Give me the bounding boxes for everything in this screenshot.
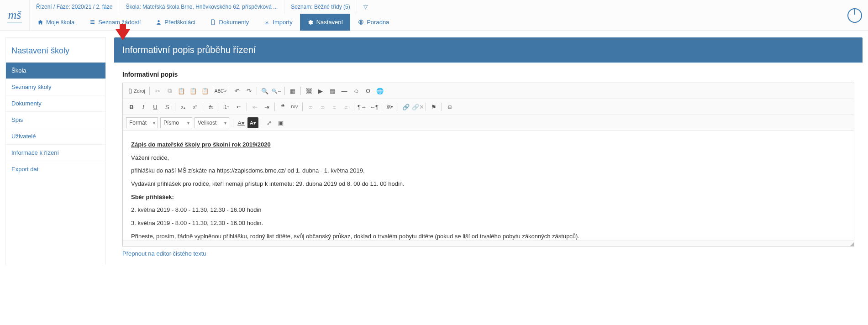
nav-row: Moje škola Seznam žádostí Předškoláci Do… — [30, 14, 842, 31]
size-select[interactable]: Velikost — [195, 117, 229, 128]
source-label: Zdroj — [134, 88, 145, 94]
unlink-icon[interactable]: 🔗✕ — [412, 101, 423, 112]
sidebar-item-spis[interactable]: Spis — [6, 111, 105, 128]
top-link-more[interactable]: ▽ — [357, 0, 374, 14]
sidebar-item-informace[interactable]: Informace k řízení — [6, 144, 105, 161]
nav-nastaveni[interactable]: Nastavení — [300, 14, 351, 31]
sidebar-item-export[interactable]: Export dat — [6, 161, 105, 177]
top-link-skola[interactable]: Škola: Mateřská škola Brno, Hněvkovského… — [119, 0, 284, 14]
logo[interactable]: mš — [0, 0, 30, 31]
showblocks-icon[interactable]: ▣ — [275, 117, 286, 128]
switch-editor-link[interactable]: Přepnout na editor čistého textu — [122, 250, 206, 257]
superscript-icon[interactable]: x² — [189, 101, 200, 112]
specialchar-icon[interactable]: Ω — [363, 85, 374, 96]
redo-icon[interactable]: ↷ — [243, 85, 254, 96]
undo-icon[interactable]: ↶ — [231, 85, 242, 96]
bulletlist-icon[interactable]: •≡ — [233, 101, 244, 112]
blockquote-icon[interactable]: ❝ — [277, 101, 288, 112]
paste-icon[interactable]: 📋 — [176, 85, 187, 96]
copy-icon[interactable]: ⧉ — [164, 85, 175, 96]
italic-icon[interactable]: I — [138, 101, 149, 112]
rtl-icon[interactable]: ←¶ — [368, 101, 379, 112]
find-icon[interactable]: 🔍 — [259, 85, 270, 96]
sidebar-item-skola[interactable]: Škola — [6, 62, 105, 79]
flash-icon[interactable]: ▶ — [315, 85, 326, 96]
spellcheck-icon[interactable]: ABC✓ — [216, 85, 226, 96]
top-breadcrumb-row: Řízení / Fáze: 2020/21 / 2. fáze Škola: … — [30, 0, 842, 14]
paste-text-icon[interactable]: 📋 — [188, 85, 199, 96]
align-justify-icon[interactable]: ≡ — [341, 101, 352, 112]
hr-icon[interactable]: — — [339, 85, 350, 96]
font-select[interactable]: Písmo — [160, 117, 192, 128]
maximize-icon[interactable]: ⤢ — [263, 117, 274, 128]
nav-poradna[interactable]: Poradna — [350, 14, 396, 31]
top-link-rizeni[interactable]: Řízení / Fáze: 2020/21 / 2. fáze — [30, 0, 119, 14]
paste-word-icon[interactable]: 📋 — [200, 85, 210, 96]
content-p2: přihlášku do naší MŠ získáte na https://… — [131, 165, 846, 177]
toolbar-row-2: B I U S x₂ x² Ix 1≡ •≡ ⇤ ⇥ ❝ — [123, 99, 854, 115]
svg-point-0 — [158, 20, 159, 22]
anchor-icon[interactable]: ⚑ — [428, 101, 439, 112]
separator — [274, 103, 275, 111]
sidebar: Nastavení školy Škola Seznamy školy Doku… — [5, 37, 106, 265]
language-icon[interactable]: 旗▾ — [384, 101, 395, 112]
source-button[interactable]: Zdroj — [126, 85, 147, 96]
nav-label: Nastavení — [316, 19, 343, 26]
separator — [203, 103, 203, 111]
separator — [354, 103, 354, 111]
removeformat-icon[interactable]: Ix — [205, 101, 216, 112]
underline-icon[interactable]: U — [150, 101, 161, 112]
editor-content-area[interactable]: Zápis do mateřské školy pro školní rok 2… — [123, 131, 854, 241]
top-link-seznam[interactable]: Seznam: Běžné třídy (5) — [284, 0, 357, 14]
sidebar-item-seznamy[interactable]: Seznamy školy — [6, 79, 105, 95]
subscript-icon[interactable]: x₂ — [178, 101, 189, 112]
nav-importy[interactable]: Importy — [256, 14, 300, 31]
indent-icon[interactable]: ⇥ — [261, 101, 272, 112]
div-icon[interactable]: DIV — [289, 101, 300, 112]
cut-icon[interactable]: ✂ — [152, 85, 163, 96]
align-right-icon[interactable]: ≡ — [329, 101, 340, 112]
sidebar-item-uzivatele[interactable]: Uživatelé — [6, 128, 105, 144]
pagebreak-icon[interactable]: ⊟ — [444, 101, 455, 112]
home-icon — [37, 19, 43, 26]
sidebar-item-dokumenty[interactable]: Dokumenty — [6, 95, 105, 111]
link-icon[interactable]: 🔗 — [400, 101, 411, 112]
bgcolor-icon[interactable]: A▾ — [247, 117, 258, 128]
list-icon — [89, 19, 95, 26]
power-icon — [847, 8, 862, 23]
logout-button[interactable] — [842, 0, 868, 31]
content-p7: Přineste, prosím, řádně vyplněnou přihlá… — [131, 231, 846, 241]
nav-label: Předškoláci — [164, 19, 195, 26]
separator — [300, 87, 301, 95]
nav-seznam-zadosti[interactable]: Seznam žádostí — [82, 14, 148, 31]
nav-moje-skola[interactable]: Moje škola — [30, 14, 82, 31]
topbar: mš Řízení / Fáze: 2020/21 / 2. fáze Škol… — [0, 0, 868, 31]
section-label: Informativní popis — [122, 71, 854, 78]
resize-handle[interactable] — [850, 242, 854, 246]
strike-icon[interactable]: S — [162, 101, 173, 112]
smiley-icon[interactable]: ☺ — [351, 85, 362, 96]
textcolor-icon[interactable]: A▾ — [236, 117, 247, 128]
format-select[interactable]: Formát — [126, 117, 158, 128]
bold-icon[interactable]: B — [126, 101, 137, 112]
iframe-icon[interactable]: 🌐 — [374, 85, 385, 96]
ltr-icon[interactable]: ¶→ — [357, 101, 368, 112]
nav-predskolaci[interactable]: Předškoláci — [148, 14, 202, 31]
selectall-icon[interactable]: ▦ — [287, 85, 298, 96]
align-center-icon[interactable]: ≡ — [317, 101, 328, 112]
document-icon — [210, 19, 216, 26]
align-left-icon[interactable]: ≡ — [305, 101, 316, 112]
replace-icon[interactable]: 🔍↔ — [271, 85, 282, 96]
table-icon[interactable]: ▦ — [327, 85, 338, 96]
red-arrow-indicator — [116, 29, 130, 40]
separator — [257, 87, 257, 95]
cogs-icon — [307, 19, 314, 26]
globe-icon — [358, 19, 364, 26]
outdent-icon[interactable]: ⇤ — [249, 101, 260, 112]
numberedlist-icon[interactable]: 1≡ — [221, 101, 232, 112]
nav-dokumenty[interactable]: Dokumenty — [203, 14, 257, 31]
nav-label: Importy — [273, 19, 292, 26]
content-headline: Zápis do mateřské školy pro školní rok 2… — [131, 139, 846, 151]
image-icon[interactable]: 🖼 — [303, 85, 314, 96]
separator — [261, 119, 261, 127]
